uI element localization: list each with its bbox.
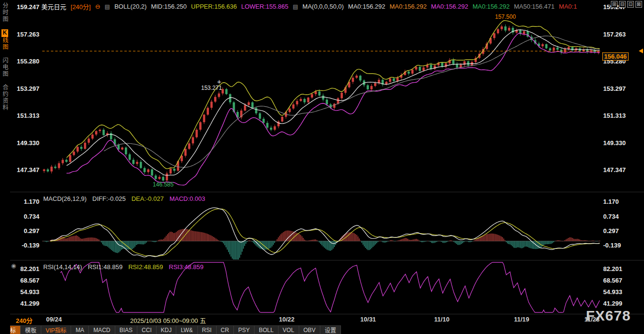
right-macd-axis-tick: 1.170 <box>603 198 642 205</box>
current-price-label: 156.046 <box>602 52 629 61</box>
right-rsi-axis-tick: 54.933 <box>603 288 642 296</box>
left-main-axis-tick: 149.330 <box>12 139 39 147</box>
price-annotation: 157.500 <box>495 13 516 20</box>
window-icon-3[interactable]: ⊡ <box>627 1 634 8</box>
xaxis-tick: 10/31 <box>354 316 383 323</box>
price-annotation: 153.271 <box>201 85 222 91</box>
current-price-arrow-icon <box>639 49 643 53</box>
chart-region: 美元日元 [240分] ⊖ ▤ BOLL(20,2) MID:156.250 U… <box>0 0 644 334</box>
xaxis-tick: 09/24 <box>39 316 68 323</box>
macd-params-label: MACD(26,12,9) <box>43 195 86 202</box>
xaxis-tick: 10/22 <box>272 316 301 323</box>
rsi-legend: RSI(14,14,14) RSI1:48.859 RSI2:48.859 RS… <box>43 263 204 271</box>
panel-divider <box>0 314 644 314</box>
right-macd-axis-tick: 0.297 <box>603 227 642 235</box>
macd-legend: MACD(26,12,9) DIFF:-0.025 DEA:-0.027 MAC… <box>43 195 205 202</box>
sidebar: 分时图K线图闪电图合约资料 <box>0 0 10 334</box>
right-main-axis-tick: 157.263 <box>603 31 642 38</box>
symbol-name: 美元日元 <box>41 2 66 11</box>
sidebar-item-4[interactable]: 合约资料 <box>1 84 9 111</box>
left-macd-axis-tick: 0.297 <box>12 227 39 235</box>
toolbar-tab-2[interactable]: 模板 <box>21 326 41 334</box>
chart-header: 美元日元 [240分] ⊖ ▤ BOLL(20,2) MID:156.250 U… <box>41 2 577 11</box>
right-rsi-axis-tick: 41.299 <box>603 300 642 307</box>
rsi-params-label: RSI(14,14,14) <box>43 263 82 271</box>
sidebar-item-3[interactable]: 闪电图 <box>1 57 9 77</box>
watermark: FX678 <box>586 308 631 324</box>
left-main-axis-tick: 157.263 <box>12 31 39 38</box>
toolbar-tab-14[interactable]: VOL <box>279 326 299 334</box>
ma-legend-value: MA0:156.292 <box>473 3 510 10</box>
boll-lower-value: LOWER:155.865 <box>241 3 288 10</box>
left-macd-axis-tick: -0.139 <box>12 242 39 249</box>
window-icon-2[interactable]: ⊟ <box>619 1 626 8</box>
right-rsi-axis-tick: 82.201 <box>603 265 642 272</box>
left-main-axis-tick: 151.313 <box>12 112 39 119</box>
main-plot[interactable]: 153.271+146.585157.500 <box>42 4 600 191</box>
boll-indicator-icon[interactable]: ▤ <box>105 3 110 10</box>
toolbar-tab-8[interactable]: KDJ <box>157 326 177 334</box>
toolbar-tab-13[interactable]: BOLL <box>255 326 279 334</box>
ma-legend-value: MA0:156.292 <box>348 3 385 10</box>
toolbar-tab-16[interactable]: 设置 <box>320 326 341 334</box>
toolbar-tab-11[interactable]: CR <box>217 326 234 334</box>
toolbar-tab-5[interactable]: MACD <box>89 326 115 334</box>
ma-legend-value: MA0:156.292 <box>431 3 468 10</box>
toolbar-tab-9[interactable]: LW& <box>176 326 197 334</box>
crosshair-marker: + <box>217 77 221 86</box>
left-main-axis-tick: 155.280 <box>12 58 39 65</box>
hover-time-tooltip: 2025/10/03 05:00~09:00 五 <box>129 316 207 325</box>
boll-mid-value: MID:156.250 <box>151 3 186 10</box>
rsi3-value: RSI3:48.859 <box>169 263 204 271</box>
right-main-axis-tick: 147.347 <box>603 166 642 173</box>
toolbar-tab-3[interactable]: VIP指标 <box>41 326 71 334</box>
ma-indicator-icon[interactable]: ▤ <box>293 3 298 10</box>
ma-legend-value: MA50:156.471 <box>514 3 555 10</box>
panel-divider <box>0 260 644 260</box>
toolbar-tab-4[interactable]: MA <box>71 326 89 334</box>
boll-upper-value: UPPER:156.636 <box>191 3 237 10</box>
left-main-axis-tick: 147.347 <box>12 166 39 173</box>
right-main-axis-tick: 153.297 <box>603 85 642 92</box>
xaxis-tick: 11/10 <box>427 316 456 323</box>
left-rsi-axis-tick: 68.567 <box>12 277 39 284</box>
toolbar-tab-6[interactable]: BIAS <box>115 326 137 334</box>
indicator-toolbar: 指标模板VIP指标MAMACDBIASCCIKDJLW&RSICRPSYBOLL… <box>0 325 341 334</box>
toolbar-tab-12[interactable]: PSY <box>234 326 255 334</box>
ma-label: MA(0,0,0,50,0) <box>303 3 344 10</box>
rsi2-value: RSI2:48.859 <box>128 263 163 271</box>
right-macd-axis-tick: 0.734 <box>603 213 642 220</box>
ma-legend-value: MA0:1 <box>559 3 577 10</box>
price-annotation: 146.585 <box>153 181 174 188</box>
left-macd-axis-tick: 0.734 <box>12 213 39 220</box>
sidebar-item-label: 线图 <box>1 37 8 50</box>
period-badge[interactable]: [240分] <box>71 2 91 11</box>
right-main-axis-tick: 149.330 <box>603 139 642 147</box>
sidebar-item-1[interactable]: 分时图 <box>1 2 9 23</box>
period-menu-icon[interactable]: ⊖ <box>95 3 100 10</box>
right-rsi-axis-tick: 68.567 <box>603 277 642 284</box>
xaxis-tick: 11/19 <box>507 316 536 323</box>
macd-plot[interactable] <box>42 193 600 260</box>
left-macd-axis-tick: 1.170 <box>12 198 39 205</box>
sidebar-item-2[interactable]: K线图 <box>1 29 9 50</box>
macd-dea-value: DEA:-0.027 <box>132 195 164 202</box>
left-main-axis-tick: 153.297 <box>12 85 39 92</box>
xaxis-period-label[interactable]: 240分 <box>16 316 33 325</box>
toolbar-tab-10[interactable]: RSI <box>198 326 217 334</box>
window-icon-4[interactable]: ⊠ <box>635 1 642 8</box>
macd-macd-value: MACD:0.003 <box>170 195 205 202</box>
rsi1-value: RSI1:48.859 <box>88 263 122 271</box>
right-main-axis-tick: 151.313 <box>603 112 642 119</box>
k-line-badge: K <box>1 29 8 37</box>
toolbar-tab-7[interactable]: CCI <box>137 326 157 334</box>
left-rsi-axis-tick: 41.299 <box>12 300 39 307</box>
panel-divider <box>0 192 644 192</box>
left-rsi-axis-tick: 54.933 <box>12 288 39 296</box>
window-icon-1[interactable]: ⊞ <box>611 1 618 8</box>
rsi-marker-icon[interactable]: ◉ <box>11 262 16 269</box>
left-main-axis-tick: 159.247 <box>12 3 39 11</box>
ma-legend-values: MA0:156.292MA0:156.292MA0:156.292MA0:156… <box>348 3 577 10</box>
macd-diff-value: DIFF:-0.025 <box>92 195 125 202</box>
toolbar-tab-15[interactable]: OBV <box>299 326 320 334</box>
